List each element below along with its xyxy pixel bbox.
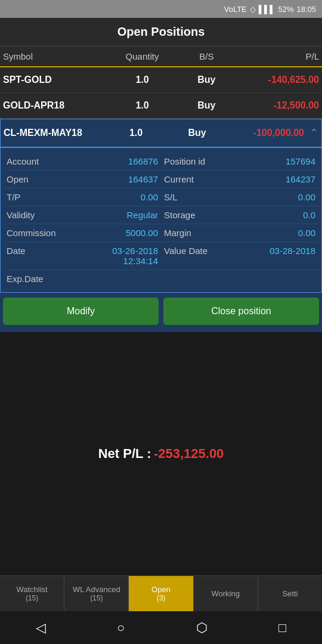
close-position-button[interactable]: Close position	[163, 298, 319, 325]
action-buttons: Modify Close position	[0, 293, 322, 332]
position-id-label: Position id	[158, 156, 240, 166]
account-label: Account	[7, 156, 82, 166]
date-label: Date	[7, 246, 82, 266]
tab-wl-advanced-label: WL Advanced	[73, 585, 120, 594]
position-row-3[interactable]: CL-MEXM-MAY18 1.0 Buy -100,000.00 ⌃	[0, 119, 322, 147]
recent-button[interactable]: ⬡	[184, 614, 219, 642]
row2-pl: -12,500.00	[239, 100, 319, 111]
detail-account-row: Account 166876 Position id 157694	[4, 153, 318, 171]
open-label: Open	[7, 174, 82, 184]
row3-quantity: 1.0	[106, 128, 167, 138]
position-row-1[interactable]: SPT-GOLD 1.0 Buy -140,625.00	[0, 67, 322, 93]
expdate-value	[161, 274, 315, 284]
row2-bs: Buy	[174, 100, 239, 111]
validity-value: Regular	[82, 210, 158, 220]
wifi-icon: ◇	[250, 5, 256, 14]
tab-bar: Watchlist (15) WL Advanced (15) Open (3)…	[0, 575, 322, 611]
validity-label: Validity	[7, 210, 82, 220]
page-title: Open Positions	[117, 25, 205, 38]
back-button[interactable]: ◁	[24, 614, 58, 642]
detail-expdate-row: Exp.Date	[4, 270, 318, 287]
row3-pl: -100,000.00	[228, 128, 304, 138]
sl-label: S/L	[158, 192, 240, 202]
table-header: Symbol Quantity B/S P/L	[0, 47, 322, 67]
net-pl-area: Net P/L : -253,125.00	[0, 332, 322, 575]
col-quantity-header: Quantity	[110, 51, 175, 61]
tab-watchlist-count: (15)	[26, 594, 38, 602]
open-value: 164637	[82, 174, 158, 184]
tab-wl-advanced[interactable]: WL Advanced (15)	[64, 576, 129, 611]
detail-open-row: Open 164637 Current 164237	[4, 171, 318, 188]
net-pl-value: -253,125.00	[154, 446, 224, 461]
tab-working[interactable]: Working	[194, 576, 258, 611]
detail-tp-row: T/P 0.00 S/L 0.00	[4, 188, 318, 206]
battery-text: 52%	[278, 5, 293, 14]
tab-open-count: (3)	[157, 594, 166, 602]
row3-symbol: CL-MEXM-MAY18	[4, 128, 106, 138]
detail-commission-row: Commission 5000.00 Margin 0.00	[4, 224, 318, 242]
tab-open[interactable]: Open (3)	[129, 576, 193, 611]
margin-value: 0.00	[240, 228, 315, 238]
tab-watchlist-label: Watchlist	[16, 585, 47, 594]
status-bar: VoLTE ◇ ▌▌▌ 52% 18:05	[0, 0, 322, 18]
tp-label: T/P	[7, 192, 82, 202]
header: Open Positions	[0, 18, 322, 47]
margin-label: Margin	[158, 228, 240, 238]
signal-icon: ▌▌▌	[259, 5, 275, 14]
tab-settings[interactable]: Setti	[258, 576, 322, 611]
tab-watchlist[interactable]: Watchlist (15)	[0, 576, 64, 611]
volte-icon: VoLTE	[224, 5, 247, 14]
square-button[interactable]: □	[267, 614, 298, 642]
tab-settings-label: Setti	[282, 589, 298, 598]
detail-validity-row: Validity Regular Storage 0.0	[4, 206, 318, 224]
row3-bs: Buy	[166, 128, 228, 138]
row1-bs: Buy	[174, 75, 239, 85]
row1-pl: -140,625.00	[239, 75, 319, 85]
position-id-value: 157694	[240, 156, 315, 166]
detail-panel: Account 166876 Position id 157694 Open 1…	[0, 147, 322, 293]
commission-label: Commission	[7, 228, 82, 238]
row2-symbol: GOLD-APR18	[3, 100, 110, 111]
sl-value: 0.00	[240, 192, 315, 202]
current-label: Current	[158, 174, 240, 184]
storage-label: Storage	[158, 210, 240, 220]
commission-value: 5000.00	[82, 228, 158, 238]
col-symbol-header: Symbol	[3, 51, 110, 61]
account-value: 166876	[82, 156, 158, 166]
tab-open-label: Open	[151, 585, 171, 594]
nav-bar: ◁ ○ ⬡ □	[0, 611, 322, 644]
current-value: 164237	[240, 174, 315, 184]
storage-value: 0.0	[240, 210, 315, 220]
value-date-label: Value Date	[158, 246, 240, 266]
tab-working-label: Working	[211, 589, 239, 598]
collapse-arrow-icon[interactable]: ⌃	[304, 126, 318, 140]
col-pl-header: P/L	[239, 51, 319, 61]
row1-symbol: SPT-GOLD	[3, 75, 110, 85]
position-row-2[interactable]: GOLD-APR18 1.0 Buy -12,500.00	[0, 93, 322, 119]
row1-quantity: 1.0	[110, 75, 175, 85]
net-pl-label: Net P/L :	[98, 446, 151, 461]
tab-wl-advanced-count: (15)	[90, 594, 103, 602]
row2-quantity: 1.0	[110, 100, 175, 111]
net-pl-container: Net P/L : -253,125.00	[98, 446, 224, 462]
expdate-label: Exp.Date	[7, 274, 161, 284]
tp-value: 0.00	[82, 192, 158, 202]
date-value: 03-26-2018 12:34:14	[82, 246, 158, 266]
home-button[interactable]: ○	[105, 614, 137, 642]
detail-date-row: Date 03-26-2018 12:34:14 Value Date 03-2…	[4, 242, 318, 270]
value-date-value: 03-28-2018	[240, 246, 315, 266]
time-text: 18:05	[296, 5, 316, 14]
col-bs-header: B/S	[174, 51, 239, 61]
modify-button[interactable]: Modify	[3, 298, 159, 325]
